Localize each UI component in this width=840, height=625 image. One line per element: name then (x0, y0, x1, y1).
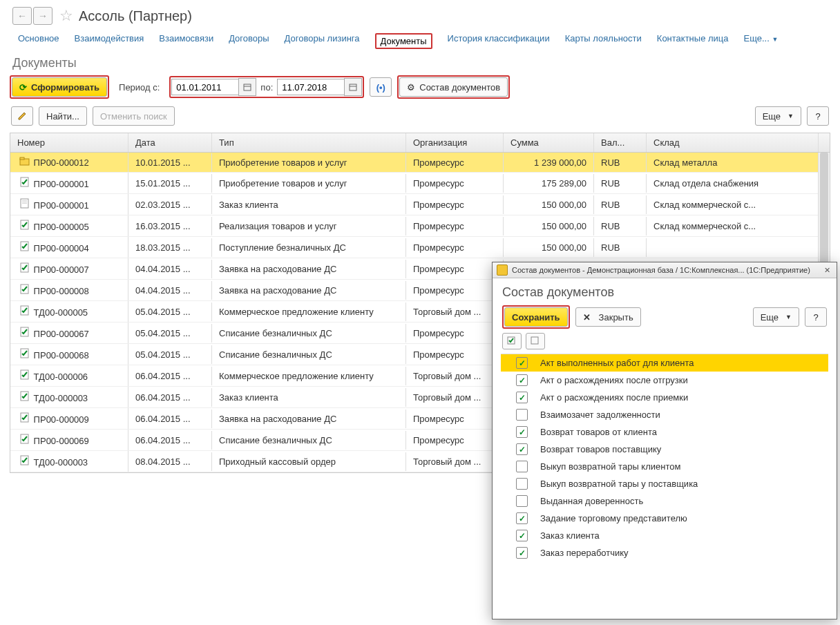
compose-button[interactable]: ⚙ Состав документов (399, 77, 508, 97)
edit-button[interactable] (11, 106, 33, 126)
favorite-star-icon[interactable]: ☆ (59, 7, 73, 25)
refresh-icon: ⟳ (19, 82, 27, 93)
help-button[interactable]: ? (807, 106, 829, 126)
doc-type-label: Акт о расхождениях после приемки (540, 392, 688, 403)
page-title: Ассоль (Партнер) (79, 8, 192, 24)
document-icon (17, 305, 31, 316)
tab-0[interactable]: Основное (18, 33, 59, 49)
tab-3[interactable]: Договоры (229, 33, 269, 49)
dialog-heading: Состав документов (493, 278, 837, 302)
tab-6[interactable]: История классификации (448, 33, 550, 49)
doc-type-item[interactable]: Возврат товаров от клиента (501, 423, 828, 441)
tab-2[interactable]: Взаимосвязи (159, 33, 213, 49)
forward-button[interactable]: → (33, 7, 52, 25)
checkbox[interactable] (516, 478, 528, 481)
chevron-down-icon: ▼ (788, 113, 794, 119)
document-icon (17, 198, 31, 209)
checkbox[interactable] (516, 357, 528, 369)
table-row[interactable]: ПР00-00001210.01.2015 ...Приобретение то… (10, 153, 830, 173)
doc-type-item[interactable]: Акт выполненных работ для клиента (501, 354, 828, 372)
table-row[interactable]: ПР00-00000418.03.2015 ...Поступление без… (10, 237, 830, 258)
close-icon: ✕ (583, 312, 591, 323)
nav-tabs: ОсновноеВзаимодействияВзаимосвязиДоговор… (0, 29, 840, 49)
doc-type-item[interactable]: Выкуп возвратной тары клиентом (501, 458, 828, 475)
document-icon (17, 412, 31, 423)
document-icon (17, 284, 31, 294)
uncheck-all-button[interactable] (526, 333, 545, 349)
tab-7[interactable]: Карты лояльности (565, 33, 642, 49)
doc-type-item[interactable]: Возврат товаров поставщику (501, 441, 828, 458)
document-icon (17, 220, 31, 230)
col-number[interactable]: Номер (10, 133, 128, 152)
table-row[interactable]: ПР00-00000102.03.2015 ...Заказ клиентаПр… (10, 194, 830, 215)
checkbox[interactable] (516, 392, 528, 403)
back-button[interactable]: ← (12, 7, 32, 25)
document-icon (17, 348, 31, 358)
date-to-picker[interactable] (344, 78, 362, 96)
form-button[interactable]: ⟳ Сформировать (12, 77, 107, 97)
period-to-label: по: (256, 82, 277, 93)
cancel-search-button[interactable]: Отменить поиск (93, 106, 175, 126)
doc-type-item[interactable]: Взаимозачет задолженности (501, 406, 828, 423)
checkbox[interactable] (516, 374, 528, 386)
gear-icon: ⚙ (407, 82, 415, 93)
col-currency[interactable]: Вал... (594, 133, 647, 152)
svg-rect-5 (20, 157, 24, 160)
more-button[interactable]: Еще▼ (755, 106, 801, 126)
checkbox[interactable] (516, 426, 528, 438)
tab-1[interactable]: Взаимодействия (75, 33, 144, 49)
svg-rect-2 (350, 84, 356, 90)
doc-type-label: Выкуп возвратной тары у поставщика (540, 479, 698, 481)
tab-more[interactable]: Еще... ▼ (744, 33, 779, 49)
checkbox[interactable] (516, 443, 528, 455)
chevron-down-icon: ▼ (785, 314, 792, 320)
document-icon (17, 327, 31, 337)
doc-type-label: Возврат товаров поставщику (540, 444, 661, 454)
svg-rect-23 (531, 337, 538, 344)
document-icon (17, 391, 31, 401)
table-row[interactable]: ПР00-00000516.03.2015 ...Реализация това… (10, 215, 830, 237)
doc-type-label: Акт выполненных работ для клиента (540, 358, 694, 368)
doc-type-label: Акт о расхождениях после отгрузки (540, 375, 688, 385)
checkbox[interactable] (516, 461, 528, 472)
find-button[interactable]: Найти... (39, 106, 87, 126)
tab-5[interactable]: Документы (375, 33, 432, 49)
dialog-close-text-button[interactable]: ✕Закрыть (575, 307, 641, 327)
dialog-more-button[interactable]: Еще▼ (753, 307, 799, 327)
section-title: Документы (0, 49, 840, 73)
doc-type-label: Возврат товаров от клиента (540, 427, 657, 437)
col-type[interactable]: Тип (212, 133, 406, 152)
period-from-label: Период с: (115, 82, 164, 93)
document-icon (17, 455, 31, 465)
svg-rect-0 (244, 84, 251, 90)
document-icon (17, 241, 31, 251)
dialog-help-button[interactable]: ? (805, 307, 827, 327)
doc-type-item[interactable]: Акт о расхождениях после приемки (501, 389, 828, 406)
doc-type-item[interactable]: Выкуп возвратной тары у поставщика (501, 475, 828, 481)
dialog-titlebar[interactable]: Состав документов - Демонстрационная баз… (493, 262, 837, 278)
doc-type-label: Взаимозачет задолженности (540, 410, 660, 420)
tab-4[interactable]: Договоры лизинга (285, 33, 360, 49)
document-icon (17, 434, 31, 444)
document-types-list: Акт выполненных работ для клиентаАкт о р… (501, 354, 828, 481)
table-row[interactable]: ПР00-00000115.01.2015 ...Приобретение то… (10, 173, 830, 194)
col-org[interactable]: Организация (406, 133, 504, 152)
col-date[interactable]: Дата (128, 133, 212, 152)
check-all-button[interactable] (502, 333, 522, 349)
dialog-close-button[interactable]: ✕ (821, 265, 832, 276)
date-from-picker[interactable] (238, 78, 256, 96)
tab-8[interactable]: Контактные лица (657, 33, 729, 49)
col-warehouse[interactable]: Склад (647, 133, 819, 152)
checkbox[interactable] (516, 409, 528, 421)
document-icon (17, 369, 31, 380)
document-icon (17, 177, 31, 187)
compose-dialog: Состав документов - Демонстрационная баз… (492, 262, 837, 481)
date-to-input[interactable] (277, 79, 344, 95)
dialog-save-button[interactable]: Сохранить (504, 307, 568, 327)
col-sum[interactable]: Сумма (504, 133, 594, 152)
period-select-button[interactable]: (•) (370, 77, 392, 97)
document-icon (17, 157, 31, 166)
doc-type-item[interactable]: Акт о расхождениях после отгрузки (501, 372, 828, 389)
app-icon (497, 265, 508, 276)
date-from-input[interactable] (171, 79, 238, 95)
